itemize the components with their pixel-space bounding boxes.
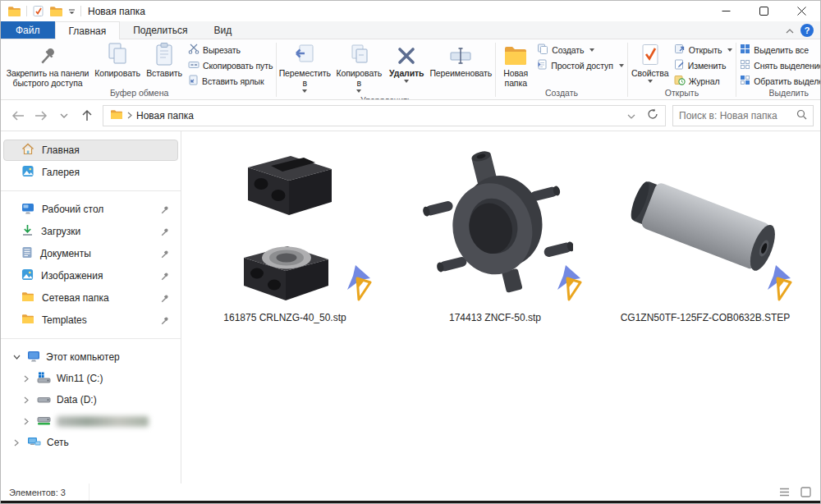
back-button[interactable] bbox=[7, 105, 29, 126]
maximize-button[interactable] bbox=[745, 1, 782, 21]
properties-icon bbox=[640, 42, 660, 66]
ribbon-group-select: Выделить все Снять выделение Обратить вы… bbox=[736, 40, 820, 99]
paste-button[interactable]: Вставить bbox=[143, 40, 186, 78]
history-button[interactable]: Журнал bbox=[674, 75, 733, 87]
open-button[interactable]: Открыть bbox=[674, 44, 733, 56]
file-item[interactable]: 174413 ZNCF-50.stp bbox=[408, 141, 582, 323]
chevron-down-icon[interactable] bbox=[11, 355, 21, 360]
ribbon-group-clipboard: Закрепить на панели быстрого доступа Коп… bbox=[2, 40, 276, 99]
items-count: Элементов: 3 bbox=[1, 483, 89, 501]
sidebar-item-pictures[interactable]: Изображения bbox=[3, 265, 178, 286]
search-input[interactable] bbox=[679, 110, 796, 121]
cut-scissors-icon bbox=[188, 44, 200, 56]
sidebar-item-drive-redacted[interactable] bbox=[3, 410, 178, 432]
gallery-icon bbox=[21, 165, 34, 180]
chevron-right-icon[interactable] bbox=[21, 418, 31, 425]
collapse-ribbon-icon[interactable] bbox=[786, 25, 794, 36]
select-all-button[interactable]: Выделить все bbox=[740, 44, 820, 56]
easy-access-button[interactable]: Простой доступ bbox=[537, 59, 623, 71]
new-folder-button[interactable]: Новая папка bbox=[497, 40, 534, 88]
folder-icon bbox=[21, 314, 34, 327]
address-dropdown-icon[interactable] bbox=[627, 110, 635, 121]
chevron-right-icon[interactable] bbox=[21, 396, 31, 404]
sidebar-item-drive-c[interactable]: Win11 (C:) bbox=[3, 368, 178, 389]
breadcrumb-chevron-icon bbox=[127, 110, 132, 121]
breadcrumb[interactable]: Новая папка bbox=[136, 110, 194, 121]
new-item-button[interactable]: Создать bbox=[537, 44, 623, 56]
details-view-icon[interactable] bbox=[776, 485, 792, 500]
forward-button[interactable] bbox=[30, 105, 52, 126]
sidebar-item-gallery[interactable]: Галерея bbox=[3, 162, 178, 183]
cut-button[interactable]: Вырезать bbox=[188, 44, 273, 56]
cad-app-overlay-icon bbox=[554, 265, 582, 304]
sidebar-item-this-pc[interactable]: Этот компьютер bbox=[3, 346, 178, 368]
sidebar-divider bbox=[1, 338, 181, 339]
sidebar-item-network-folder[interactable]: Сетевая папка bbox=[3, 287, 178, 309]
title-bar: Новая папка bbox=[1, 1, 820, 21]
select-none-button[interactable]: Снять выделение bbox=[740, 59, 820, 71]
new-item-dropdown-icon bbox=[589, 48, 594, 54]
pin-to-quick-access-button[interactable]: Закрепить на панели быстрого доступа bbox=[3, 40, 92, 88]
copy-to-button[interactable]: Копировать в bbox=[332, 40, 386, 95]
large-icons-view-icon[interactable] bbox=[797, 485, 814, 500]
copy-icon bbox=[106, 42, 129, 66]
tab-file[interactable]: Файл bbox=[1, 21, 55, 39]
sidebar-item-downloads[interactable]: Загрузки bbox=[3, 221, 178, 242]
paste-icon bbox=[154, 42, 174, 66]
tab-share[interactable]: Поделиться bbox=[120, 21, 200, 39]
drive-label-redacted bbox=[57, 416, 149, 427]
sidebar-item-drive-d[interactable]: Data (D:) bbox=[3, 389, 178, 410]
home-icon bbox=[21, 143, 34, 158]
help-icon[interactable]: ? bbox=[800, 24, 814, 37]
minimize-button[interactable] bbox=[707, 1, 745, 21]
sidebar-item-desktop[interactable]: Рабочий стол bbox=[3, 199, 178, 220]
this-pc-icon bbox=[27, 351, 40, 364]
copy-to-dropdown-icon bbox=[356, 89, 361, 95]
qat-dropdown-icon[interactable] bbox=[68, 8, 76, 15]
qat-properties-icon[interactable] bbox=[32, 5, 44, 17]
file-name[interactable]: 161875 CRLNZG-40_50.stp bbox=[223, 312, 346, 323]
edit-button[interactable]: Изменить bbox=[674, 59, 733, 71]
sidebar-item-network[interactable]: Сеть bbox=[3, 432, 178, 453]
ribbon: Закрепить на панели быстрого доступа Коп… bbox=[1, 39, 820, 100]
delete-button[interactable]: Удалить bbox=[386, 40, 427, 85]
invert-selection-button[interactable]: Обратить выделение bbox=[740, 75, 820, 87]
explorer-window: Новая папка Файл Главная Поделиться Вид … bbox=[0, 0, 821, 504]
chevron-right-icon[interactable] bbox=[21, 375, 31, 383]
file-list-area[interactable]: 161875 CRLNZG-40_50.stp bbox=[181, 131, 820, 483]
recent-locations-icon[interactable] bbox=[53, 105, 75, 126]
address-bar[interactable]: Новая папка bbox=[103, 105, 666, 126]
file-name[interactable]: CG1ZN50TF-125FZ-COB0632B.STEP bbox=[621, 312, 791, 323]
view-toggle-buttons bbox=[776, 485, 820, 500]
file-item[interactable]: 161875 CRLNZG-40_50.stp bbox=[198, 141, 372, 323]
search-icon[interactable] bbox=[796, 109, 807, 122]
paste-shortcut-button[interactable]: Вставить ярлык bbox=[188, 75, 273, 87]
rename-button[interactable]: Переименовать bbox=[427, 40, 494, 78]
tab-view[interactable]: Вид bbox=[200, 21, 245, 39]
file-name[interactable]: 174413 ZNCF-50.stp bbox=[449, 312, 541, 323]
move-to-button[interactable]: Переместить в bbox=[277, 40, 332, 95]
file-item[interactable]: CG1ZN50TF-125FZ-COB0632B.STEP bbox=[618, 141, 792, 323]
chevron-right-icon[interactable] bbox=[11, 439, 21, 447]
qat-new-folder-icon[interactable] bbox=[49, 6, 63, 17]
cad-app-overlay-icon bbox=[764, 265, 792, 304]
pin-icon bbox=[160, 250, 169, 259]
downloads-icon bbox=[21, 224, 34, 239]
ribbon-tab-bar: Файл Главная Поделиться Вид ? bbox=[1, 21, 820, 39]
copy-path-button[interactable]: Скопировать путь bbox=[188, 59, 273, 71]
properties-button[interactable]: Свойства bbox=[629, 40, 672, 85]
ribbon-group-create: Новая папка Создать Простой до bbox=[496, 40, 626, 99]
sidebar-item-home[interactable]: Главная bbox=[3, 140, 178, 161]
up-button[interactable] bbox=[76, 105, 98, 126]
cad-app-overlay-icon bbox=[344, 265, 372, 304]
move-to-icon bbox=[293, 42, 316, 66]
window-controls bbox=[707, 1, 820, 21]
sidebar-item-templates[interactable]: Templates bbox=[3, 309, 178, 331]
tab-home[interactable]: Главная bbox=[55, 21, 121, 39]
copy-button[interactable]: Копировать bbox=[92, 40, 143, 78]
close-button[interactable] bbox=[782, 1, 820, 21]
refresh-icon[interactable] bbox=[647, 108, 658, 122]
sidebar-item-documents[interactable]: Документы bbox=[3, 243, 178, 264]
group-label-clipboard: Буфер обмена bbox=[3, 88, 275, 99]
search-box[interactable] bbox=[672, 105, 814, 126]
